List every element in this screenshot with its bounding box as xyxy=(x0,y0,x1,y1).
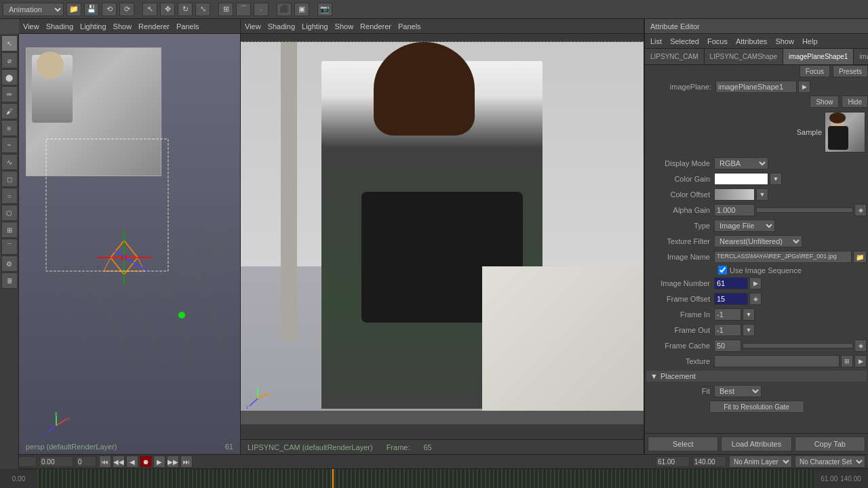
copy-tab-button[interactable]: Copy Tab xyxy=(795,436,865,451)
redo-btn[interactable]: ⟳ xyxy=(119,3,134,16)
frame-offset-input[interactable] xyxy=(714,293,748,305)
focus-btn[interactable]: Focus xyxy=(800,65,830,77)
rotate-tool[interactable]: ↻ xyxy=(178,3,193,16)
imageplane-expand-btn[interactable]: ▶ xyxy=(798,81,810,93)
center-menu-show[interactable]: Show xyxy=(335,22,354,30)
hide-btn[interactable]: Hide xyxy=(842,96,868,108)
attr-menu-selected[interactable]: Selected xyxy=(670,37,699,45)
frame-cache-btn[interactable]: ◈ xyxy=(854,340,867,352)
select-tool-btn[interactable]: ↖ xyxy=(1,35,18,52)
image-number-anim-btn[interactable]: ▶ xyxy=(749,277,762,289)
brush-tool-btn[interactable]: ✏ xyxy=(1,86,18,102)
fit-select[interactable]: Best xyxy=(714,385,762,397)
step-back-btn[interactable]: ◀◀ xyxy=(113,455,125,468)
snap-point[interactable]: · xyxy=(254,3,269,16)
go-start-btn[interactable]: ⏮ xyxy=(99,455,111,468)
color-gain-btn[interactable]: ▼ xyxy=(770,173,782,185)
camera-btn[interactable]: 📷 xyxy=(317,3,332,16)
snap-curve[interactable]: ⌒ xyxy=(236,3,251,16)
channel-side[interactable]: ≣ xyxy=(1,272,18,289)
record-btn[interactable]: ⏺ xyxy=(140,455,152,468)
attr-side[interactable]: ⚙ xyxy=(1,256,18,272)
select-button[interactable]: Select xyxy=(648,436,718,451)
left-menu-view[interactable]: View xyxy=(23,22,39,30)
show-btn[interactable]: Show xyxy=(810,96,839,108)
image-browse-btn[interactable]: 📁 xyxy=(853,251,867,263)
attr-menu-show[interactable]: Show xyxy=(775,37,794,45)
snap-curve-side[interactable]: ⌒ xyxy=(1,239,18,255)
placement-header[interactable]: ▼ Placement xyxy=(646,371,867,382)
center-menu-view[interactable]: View xyxy=(245,22,261,30)
new-btn[interactable]: 📁 xyxy=(66,3,81,16)
left-menu-renderer[interactable]: Renderer xyxy=(138,22,170,30)
center-menu-renderer[interactable]: Renderer xyxy=(360,22,391,30)
character-set-select[interactable]: No Character Set xyxy=(795,455,865,468)
center-menu-lighting[interactable]: Lighting xyxy=(302,22,328,30)
left-menu-lighting[interactable]: Lighting xyxy=(80,22,106,30)
load-attributes-button[interactable]: Load Attributes xyxy=(721,436,791,451)
alpha-gain-icon[interactable]: ◈ xyxy=(854,204,867,216)
snap-grid-side[interactable]: ⊞ xyxy=(1,222,18,238)
left-menu-panels[interactable]: Panels xyxy=(176,22,199,30)
fit-resolution-btn[interactable]: Fit to Resolution Gate xyxy=(709,401,804,413)
time-curr-input[interactable] xyxy=(39,456,73,467)
render-seq[interactable]: ▣ xyxy=(294,3,309,16)
alpha-gain-input[interactable] xyxy=(714,204,755,216)
attr-menu-focus[interactable]: Focus xyxy=(707,37,728,45)
texture-filter-select[interactable]: Nearest(Unfiltered) xyxy=(714,235,802,247)
create-subdiv[interactable]: ⬡ xyxy=(1,205,18,221)
center-menu-panels[interactable]: Panels xyxy=(398,22,421,30)
artisan-btn[interactable]: 🖌 xyxy=(1,103,18,119)
frame-cache-slider[interactable] xyxy=(743,343,853,348)
create-nurbs[interactable]: ○ xyxy=(1,188,18,204)
save-btn[interactable]: 💾 xyxy=(84,3,99,16)
texture-browse-btn[interactable]: ▶ xyxy=(854,355,867,367)
imageplane-input[interactable] xyxy=(715,81,797,93)
frame-field[interactable] xyxy=(76,456,96,467)
obj-tab-imageplane-shape1[interactable]: imagePlaneShape1 xyxy=(783,49,854,64)
create-poly[interactable]: ◻ xyxy=(1,171,18,187)
cloth-btn[interactable]: ≡ xyxy=(1,120,18,136)
color-offset-btn[interactable]: ▼ xyxy=(756,188,768,201)
texture-checker-btn[interactable]: ⊞ xyxy=(841,355,853,367)
start-range-input[interactable] xyxy=(656,456,690,467)
frame-out-btn[interactable]: ▼ xyxy=(743,324,755,336)
color-offset-swatch[interactable] xyxy=(714,188,755,201)
type-select[interactable]: Image File xyxy=(714,220,775,232)
left-menu-shading[interactable]: Shading xyxy=(46,22,73,30)
color-gain-swatch[interactable] xyxy=(714,173,768,185)
display-mode-select[interactable]: RGBA xyxy=(714,157,768,169)
hair-btn[interactable]: ∿ xyxy=(1,154,18,170)
paint-tool-btn[interactable]: ⬤ xyxy=(1,69,18,85)
attr-menu-attributes[interactable]: Attributes xyxy=(736,37,767,45)
frame-in-btn[interactable]: ▼ xyxy=(743,308,755,321)
fluid-btn[interactable]: ~ xyxy=(1,137,18,153)
anim-layer-select[interactable]: No Anim Layer xyxy=(729,455,792,468)
frame-cache-input[interactable] xyxy=(714,340,741,352)
timeline-track[interactable] xyxy=(37,469,814,488)
obj-tab-lipsync-camshape[interactable]: LIPSYNC_CAMShape xyxy=(705,49,784,64)
move-tool[interactable]: ✥ xyxy=(160,3,175,16)
scale-tool[interactable]: ⤡ xyxy=(195,3,210,16)
left-menu-show[interactable]: Show xyxy=(113,22,132,30)
image-number-input[interactable] xyxy=(714,277,748,289)
play-fwd-btn[interactable]: ▶ xyxy=(153,455,165,468)
play-back-btn[interactable]: ◀ xyxy=(126,455,138,468)
snap-grid[interactable]: ⊞ xyxy=(218,3,233,16)
obj-tab-imageplane2[interactable]: imagePlane2 xyxy=(854,49,868,64)
step-fwd-btn[interactable]: ▶▶ xyxy=(167,455,179,468)
lasso-tool-btn[interactable]: ⌀ xyxy=(1,52,18,68)
presets-btn[interactable]: Presets xyxy=(833,65,868,77)
alpha-gain-slider[interactable] xyxy=(756,207,853,213)
end-range-input[interactable] xyxy=(692,456,726,467)
select-tool[interactable]: ↖ xyxy=(142,3,157,16)
attr-menu-list[interactable]: List xyxy=(650,37,662,45)
frame-out-input[interactable] xyxy=(714,324,741,336)
frame-offset-btn[interactable]: ◈ xyxy=(749,293,762,305)
texture-input[interactable] xyxy=(714,355,840,367)
obj-tab-lipsync-cam[interactable]: LIPSYNC_CAM xyxy=(645,49,705,64)
camera-viewport[interactable]: x y z xyxy=(241,34,644,439)
undo-btn[interactable]: ⟲ xyxy=(102,3,117,16)
attr-menu-help[interactable]: Help xyxy=(802,37,818,45)
go-end-btn[interactable]: ⏭ xyxy=(180,455,193,468)
